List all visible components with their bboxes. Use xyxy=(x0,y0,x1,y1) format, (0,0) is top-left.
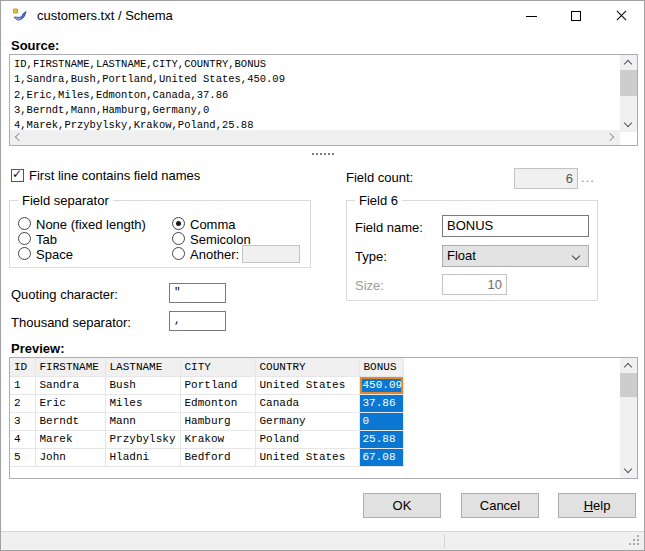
column-header[interactable]: LASTNAME xyxy=(105,358,180,376)
table-cell[interactable]: Mann xyxy=(105,412,180,430)
preview-tbody: 1SandraBushPortlandUnited States450.092E… xyxy=(10,376,403,466)
scroll-down-button[interactable] xyxy=(620,463,637,478)
column-header[interactable]: COUNTRY xyxy=(255,358,359,376)
preview-table: IDFIRSTNAMELASTNAMECITYCOUNTRYBONUS 1San… xyxy=(10,358,404,467)
field-count-label: Field count: xyxy=(346,170,413,185)
column-header[interactable]: BONUS xyxy=(359,358,403,376)
title-bar[interactable]: customers.txt / Schema xyxy=(1,1,644,31)
source-box: ID,FIRSTNAME,LASTNAME,CITY,COUNTRY,BONUS… xyxy=(9,54,638,146)
scroll-down-button[interactable] xyxy=(620,117,637,132)
field6-group-title: Field 6 xyxy=(355,193,402,208)
field-name-input[interactable]: BONUS xyxy=(442,215,589,237)
splitter-handle[interactable] xyxy=(1,148,644,158)
maximize-button[interactable] xyxy=(554,1,599,31)
first-line-checkbox-label[interactable]: First line contains field names xyxy=(29,168,200,183)
table-cell[interactable]: 4 xyxy=(10,430,35,448)
radio-tab[interactable] xyxy=(18,232,31,245)
table-row: 2EricMilesEdmontonCanada37.86 xyxy=(10,394,403,412)
scroll-right-button[interactable] xyxy=(605,130,620,145)
preview-header-row: IDFIRSTNAMELASTNAMECITYCOUNTRYBONUS xyxy=(10,358,403,376)
close-button[interactable] xyxy=(599,1,644,31)
minimize-button[interactable] xyxy=(509,1,554,31)
radio-space-label[interactable]: Space xyxy=(36,247,73,262)
column-header[interactable]: ID xyxy=(10,358,35,376)
table-cell[interactable]: Bedford xyxy=(180,448,255,466)
source-line: 2,Eric,Miles,Edmonton,Canada,37.86 xyxy=(14,88,619,103)
radio-another-label[interactable]: Another: xyxy=(190,247,239,262)
table-cell[interactable]: 25.88 xyxy=(359,430,403,448)
table-cell[interactable]: Portland xyxy=(180,376,255,394)
table-row: 4MarekPrzybylskyKrakowPoland25.88 xyxy=(10,430,403,448)
field-count-more-button[interactable]: ... xyxy=(581,170,595,185)
table-cell[interactable]: Hamburg xyxy=(180,412,255,430)
chevron-down-icon xyxy=(624,119,632,127)
minimize-icon xyxy=(526,16,537,17)
help-button[interactable]: Help xyxy=(558,493,636,518)
radio-space[interactable] xyxy=(18,247,31,260)
table-cell[interactable]: United States xyxy=(255,376,359,394)
radio-none[interactable] xyxy=(18,217,31,230)
table-cell[interactable]: Sandra xyxy=(35,376,105,394)
column-header[interactable]: CITY xyxy=(180,358,255,376)
type-select[interactable]: Float xyxy=(442,245,589,267)
preview-vertical-scrollbar[interactable] xyxy=(620,358,637,478)
type-label: Type: xyxy=(355,249,387,264)
table-cell[interactable]: 67.08 xyxy=(359,448,403,466)
scroll-up-button[interactable] xyxy=(620,358,637,373)
radio-comma[interactable] xyxy=(172,217,185,230)
status-bar xyxy=(1,531,644,550)
table-cell[interactable]: Marek xyxy=(35,430,105,448)
table-cell[interactable]: Eric xyxy=(35,394,105,412)
scroll-thumb[interactable] xyxy=(620,70,637,96)
table-cell[interactable]: 1 xyxy=(10,376,35,394)
table-cell[interactable]: Edmonton xyxy=(180,394,255,412)
resize-grip-icon[interactable] xyxy=(629,535,631,537)
app-icon xyxy=(12,8,28,24)
source-text[interactable]: ID,FIRSTNAME,LASTNAME,CITY,COUNTRY,BONUS… xyxy=(14,57,619,130)
table-cell[interactable]: Hladni xyxy=(105,448,180,466)
radio-tab-label[interactable]: Tab xyxy=(36,232,57,247)
field-separator-group-title: Field separator xyxy=(18,193,113,208)
ok-button[interactable]: OK xyxy=(363,493,441,518)
first-line-checkbox[interactable] xyxy=(11,169,24,182)
size-input[interactable]: 10 xyxy=(442,274,507,295)
quoting-character-input[interactable]: " xyxy=(169,283,226,303)
status-bar-divider xyxy=(444,534,445,548)
table-cell[interactable]: 3 xyxy=(10,412,35,430)
size-label: Size: xyxy=(355,278,384,293)
scroll-left-button[interactable] xyxy=(10,130,25,145)
table-cell[interactable]: 0 xyxy=(359,412,403,430)
table-cell[interactable]: United States xyxy=(255,448,359,466)
table-cell[interactable]: Krakow xyxy=(180,430,255,448)
scroll-thumb[interactable] xyxy=(620,373,637,397)
column-header[interactable]: FIRSTNAME xyxy=(35,358,105,376)
radio-comma-label[interactable]: Comma xyxy=(190,217,236,232)
thousand-separator-label: Thousand separator: xyxy=(11,315,131,330)
chevron-up-icon xyxy=(624,60,632,68)
table-cell[interactable]: Germany xyxy=(255,412,359,430)
table-cell[interactable]: Przybylsky xyxy=(105,430,180,448)
cancel-button[interactable]: Cancel xyxy=(461,493,539,518)
radio-another[interactable] xyxy=(172,247,185,260)
table-cell[interactable]: John xyxy=(35,448,105,466)
another-separator-input[interactable] xyxy=(242,245,300,263)
table-cell[interactable]: Poland xyxy=(255,430,359,448)
radio-semicolon[interactable] xyxy=(172,232,185,245)
chevron-up-icon xyxy=(624,363,632,371)
table-cell[interactable]: 5 xyxy=(10,448,35,466)
source-vertical-scrollbar[interactable] xyxy=(620,55,637,132)
radio-none-label[interactable]: None (fixed length) xyxy=(36,217,146,232)
chevron-right-icon xyxy=(606,133,614,141)
table-cell[interactable]: Miles xyxy=(105,394,180,412)
table-cell[interactable]: Bush xyxy=(105,376,180,394)
table-cell[interactable]: 450.09 xyxy=(359,376,403,394)
splitter-dots-icon xyxy=(312,153,314,155)
table-cell[interactable]: 37.86 xyxy=(359,394,403,412)
table-cell[interactable]: Berndt xyxy=(35,412,105,430)
table-cell[interactable]: 2 xyxy=(10,394,35,412)
scroll-up-button[interactable] xyxy=(620,55,637,70)
source-horizontal-scrollbar[interactable] xyxy=(10,130,620,145)
field-count-input[interactable]: 6 xyxy=(514,168,578,189)
thousand-separator-input[interactable]: , xyxy=(169,311,226,331)
table-cell[interactable]: Canada xyxy=(255,394,359,412)
